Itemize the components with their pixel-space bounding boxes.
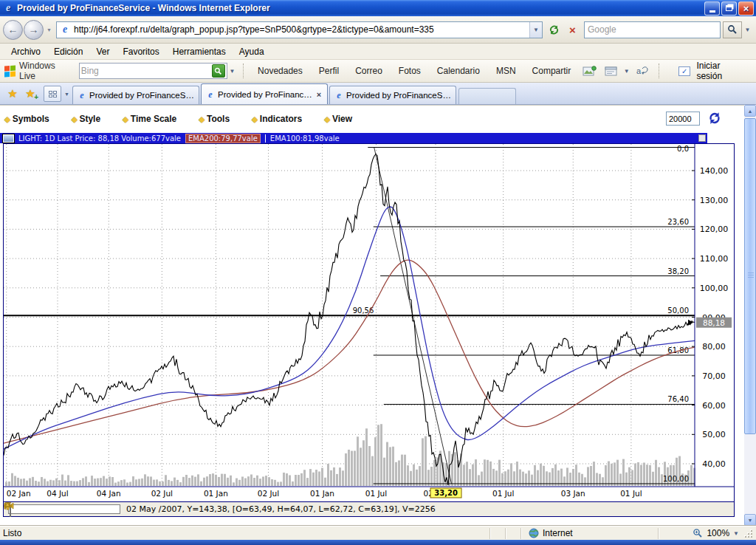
legend-box-icon[interactable] <box>698 134 706 142</box>
add-favorite-button[interactable]: ★+ <box>21 85 39 103</box>
live-link-novedades[interactable]: Novedades <box>250 64 311 78</box>
menu-bar: ArchivoEdiciónVerFavoritosHerramientasAy… <box>0 44 756 60</box>
menu-edición[interactable]: Edición <box>47 45 89 58</box>
svg-text:100,00: 100,00 <box>700 284 729 293</box>
bing-search-dropdown[interactable]: ▼ <box>227 68 237 75</box>
menu-ver[interactable]: Ver <box>89 45 116 58</box>
vertical-scrollbar[interactable]: ▲ ▼ <box>744 105 756 526</box>
svg-text:33,20: 33,20 <box>434 489 458 497</box>
bing-search-box[interactable] <box>79 63 227 79</box>
resize-grip[interactable] <box>743 529 753 538</box>
address-field[interactable]: e ▼ <box>56 21 543 38</box>
tab-close-button[interactable]: × <box>315 90 323 99</box>
google-search-input[interactable] <box>585 24 720 35</box>
svg-text:a: a <box>636 66 642 75</box>
tab-1[interactable]: eProvided by ProFinanceService <box>72 86 199 104</box>
zone-label: Internet <box>543 528 573 538</box>
chart-refresh-button[interactable] <box>706 110 724 126</box>
tab-3[interactable]: eProvided by ProFinanceService <box>329 86 456 104</box>
diamond-icon: ◆ <box>123 115 128 123</box>
amount-input[interactable] <box>666 112 700 126</box>
menu-archivo[interactable]: Archivo <box>4 45 47 58</box>
price-chart-canvas[interactable]: 0,023,6038,2050,0090,5661,8076,40100,001… <box>4 144 734 501</box>
flag-icon[interactable] <box>4 502 12 510</box>
live-link-calendario[interactable]: Calendario <box>429 64 488 78</box>
browser-window: e Provided by ProFinanceService - Window… <box>0 0 756 545</box>
url-dropdown[interactable]: ▼ <box>529 22 542 38</box>
new-tab-stub[interactable] <box>458 88 516 104</box>
svg-text:120,00: 120,00 <box>700 224 729 234</box>
favorites-button[interactable]: ★ <box>4 85 21 103</box>
scroll-thumb[interactable] <box>744 118 756 434</box>
toolbar-separator <box>243 64 244 78</box>
photo-mail-button[interactable] <box>580 64 599 78</box>
svg-text:100,00: 100,00 <box>663 475 689 483</box>
search-button[interactable] <box>723 21 742 38</box>
windows-live-toolbar: Windows Live ▼ NovedadesPerfilCorreoFoto… <box>0 60 756 83</box>
refresh-button[interactable] <box>545 21 563 38</box>
forms-button[interactable] <box>602 64 620 78</box>
svg-text:130,00: 130,00 <box>700 196 729 205</box>
chart-type-icon[interactable] <box>3 134 14 143</box>
nav-history-dropdown[interactable]: ▼ <box>44 22 54 37</box>
tab-list-dropdown[interactable]: ▼ <box>62 86 72 102</box>
stop-button[interactable]: × <box>563 21 582 38</box>
chart-menu-indicators[interactable]: ◆Indicators <box>252 114 302 124</box>
svg-text:02 Jan: 02 Jan <box>7 489 31 498</box>
chart-menu-symbols[interactable]: ◆Symbols <box>4 114 49 124</box>
search-box[interactable] <box>584 21 721 38</box>
chart-menu-label: Indicators <box>260 114 302 124</box>
minimize-button[interactable] <box>704 1 720 16</box>
tab-label: Provided by ProFinanceService <box>89 91 195 100</box>
zoom-control[interactable]: 100% ▼ <box>666 528 743 538</box>
tab-2[interactable]: eProvided by ProFinanceS...× <box>201 83 328 104</box>
live-link-perfil[interactable]: Perfil <box>311 64 347 78</box>
tab-favicon-icon: e <box>77 90 87 100</box>
scroll-up-button[interactable]: ▲ <box>744 105 756 117</box>
svg-text:01 Jul: 01 Jul <box>365 489 387 498</box>
back-button[interactable]: ← <box>3 20 23 40</box>
forms-dropdown[interactable]: ▼ <box>622 68 631 75</box>
magnifier-icon <box>214 67 222 75</box>
svg-text:04 Jul: 04 Jul <box>47 489 68 498</box>
scroll-down-button[interactable]: ▼ <box>744 514 756 526</box>
quick-tabs-button[interactable] <box>44 86 61 102</box>
live-link-compartir[interactable]: Compartir <box>524 64 580 78</box>
url-input[interactable] <box>74 24 529 35</box>
legend-ema200[interactable]: EMA200:79,77vale <box>185 134 261 143</box>
diamond-icon: ◆ <box>199 115 205 123</box>
chart-menu-style[interactable]: ◆Style <box>72 114 100 124</box>
address-bar: ← → ▼ e ▼ × ▼ <box>0 16 756 44</box>
translate-button[interactable]: a <box>633 64 651 78</box>
status-text: Listo <box>3 528 482 538</box>
bing-search-input[interactable] <box>81 66 212 76</box>
restore-button[interactable] <box>721 1 737 16</box>
svg-text:01 Jul: 01 Jul <box>620 489 642 498</box>
sign-in-button[interactable]: ✓ Iniciar sesión <box>678 61 746 81</box>
svg-text:88,18: 88,18 <box>703 318 725 327</box>
menu-herramientas[interactable]: Herramientas <box>166 45 233 58</box>
legend-ema100[interactable]: EMA100:81,98vale <box>265 134 340 143</box>
svg-text:38,20: 38,20 <box>667 267 689 275</box>
bing-search-button[interactable] <box>212 64 225 78</box>
chart-menu-time-scale[interactable]: ◆Time Scale <box>123 114 176 124</box>
tab-label: Provided by ProFinanceS... <box>218 90 315 99</box>
menu-favoritos[interactable]: Favoritos <box>116 45 165 58</box>
search-options-dropdown[interactable]: ▼ <box>742 21 753 38</box>
security-zone: Internet <box>529 528 650 538</box>
zoom-dropdown[interactable]: ▼ <box>733 530 739 537</box>
title-bar: e Provided by ProFinanceService - Window… <box>0 0 756 16</box>
quick-tabs-icon <box>49 91 57 97</box>
tab-favicon-icon: e <box>334 90 344 100</box>
chart-menu-tools[interactable]: ◆Tools <box>199 114 230 124</box>
svg-text:76,40: 76,40 <box>667 395 689 403</box>
forward-button[interactable]: → <box>24 20 44 40</box>
live-link-correo[interactable]: Correo <box>347 64 391 78</box>
svg-text:80,00: 80,00 <box>702 342 726 352</box>
live-link-fotos[interactable]: Fotos <box>391 64 429 78</box>
menu-ayuda[interactable]: Ayuda <box>233 45 271 58</box>
chart-menu-view[interactable]: ◆View <box>324 114 352 124</box>
live-link-msn[interactable]: MSN <box>488 64 524 78</box>
close-button[interactable]: × <box>738 1 754 16</box>
chart-hscrollbar[interactable] <box>8 504 120 514</box>
